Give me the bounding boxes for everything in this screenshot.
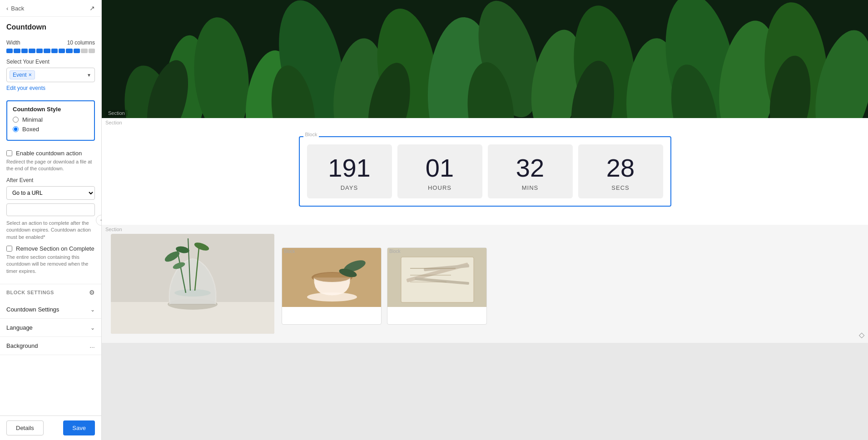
countdown-settings-accordion: Countdown Settings ⌄ <box>0 301 101 319</box>
vase-svg <box>111 234 274 334</box>
save-button[interactable]: Save <box>63 420 95 435</box>
width-bar-1[interactable] <box>6 49 13 53</box>
remove-section-row[interactable]: Remove Section on Complete <box>6 245 95 252</box>
bottom-block-2-label: Block <box>389 249 400 254</box>
countdown-grid: 191 DAYS 01 HOURS 32 MINS 28 SECS <box>307 144 663 198</box>
svg-point-27 <box>174 289 211 297</box>
event-tag-close[interactable]: × <box>29 72 32 78</box>
width-bar-7[interactable] <box>51 49 58 53</box>
event-select-container: Event × ▼ <box>6 68 95 82</box>
back-button[interactable]: ‹ Back <box>6 5 24 12</box>
action-section: Enable countdown action Redirect the pag… <box>0 145 101 284</box>
select-action-helper-text: Select an action to complete after the c… <box>6 220 95 241</box>
style-minimal-radio[interactable] <box>13 117 19 123</box>
edit-events-link[interactable]: Edit your events <box>6 85 95 91</box>
bottom-block-2[interactable]: Block <box>387 247 487 325</box>
art-image <box>387 248 486 307</box>
diamond-icon: ◇ <box>859 331 864 339</box>
enable-countdown-checkbox[interactable] <box>6 150 12 156</box>
style-minimal-option[interactable]: Minimal <box>13 116 89 123</box>
background-header[interactable]: Background … <box>0 337 101 355</box>
remove-section-label: Remove Section on Complete <box>16 245 94 252</box>
style-boxed-option[interactable]: Boxed <box>13 126 89 133</box>
width-bar-3[interactable] <box>21 49 28 53</box>
remove-section-helper-text: The entire section containing this count… <box>6 254 95 275</box>
block-settings-label: BLOCK SETTINGS <box>6 290 54 295</box>
details-button[interactable]: Details <box>6 420 44 435</box>
countdown-style-section: Countdown Style Minimal Boxed <box>6 100 95 141</box>
bottom-blocks-container: Block <box>282 234 859 325</box>
hero-plants-bg <box>102 0 868 118</box>
background-label: Background <box>6 342 38 349</box>
bottom-block-1[interactable]: Block <box>282 247 382 325</box>
language-accordion: Language ⌄ <box>0 319 101 337</box>
countdown-secs-box: 28 SECS <box>578 144 663 198</box>
width-bar-12[interactable] <box>89 49 95 53</box>
chevron-down-icon: ⌄ <box>90 325 95 331</box>
countdown-secs-value: 28 <box>606 155 635 181</box>
chevron-down-icon: … <box>89 343 95 349</box>
width-section: Width 10 columns Select Your Event Event… <box>0 35 101 96</box>
countdown-days-value: 191 <box>328 155 370 181</box>
svg-rect-45 <box>401 257 474 302</box>
width-bar-11[interactable] <box>81 49 87 53</box>
remove-section-checkbox[interactable] <box>6 246 12 252</box>
style-minimal-label: Minimal <box>22 116 43 123</box>
url-input[interactable] <box>6 203 95 216</box>
hero-section-label: Section <box>105 110 128 116</box>
width-bar-2[interactable] <box>14 49 20 53</box>
bottom-section-label: Section <box>105 227 122 232</box>
select-event-label: Select Your Event <box>6 59 95 65</box>
redirect-helper-text: Redirect the page or download a file at … <box>6 158 95 173</box>
countdown-block[interactable]: Block 191 DAYS 01 HOURS 32 MINS 28 SECS <box>299 136 671 207</box>
countdown-days-label: DAYS <box>341 184 358 191</box>
countdown-mins-value: 32 <box>516 155 544 181</box>
countdown-settings-label: Countdown Settings <box>6 306 59 313</box>
block-settings-header: BLOCK SETTINGS ⚙ <box>0 284 101 301</box>
countdown-section-label: Section <box>105 120 122 125</box>
width-bar-6[interactable] <box>44 49 50 53</box>
plants-svg <box>102 0 868 118</box>
art-svg <box>387 248 487 307</box>
width-bars[interactable] <box>6 49 95 53</box>
main-content: Section Section Block 191 DAYS 01 HOURS … <box>102 0 868 440</box>
coffee-svg <box>282 248 382 307</box>
countdown-secs-label: SECS <box>611 184 630 191</box>
after-event-select[interactable]: Go to a URL <box>6 186 95 200</box>
block-label: Block <box>303 132 319 137</box>
chevron-down-icon: ⌄ <box>90 307 95 313</box>
countdown-hours-box: 01 HOURS <box>397 144 482 198</box>
enable-countdown-row[interactable]: Enable countdown action <box>6 150 95 157</box>
back-arrow-icon: ‹ <box>6 5 8 12</box>
countdown-hours-label: HOURS <box>428 184 451 191</box>
width-value: 10 columns <box>67 40 95 46</box>
language-label: Language <box>6 324 33 331</box>
style-boxed-radio[interactable] <box>13 126 19 132</box>
enable-countdown-label: Enable countdown action <box>16 150 82 157</box>
language-header[interactable]: Language ⌄ <box>0 319 101 336</box>
width-bar-9[interactable] <box>66 49 72 53</box>
width-bar-10[interactable] <box>74 49 80 53</box>
panel-header: ‹ Back ↗ <box>0 0 101 17</box>
countdown-style-label: Countdown Style <box>13 106 89 113</box>
panel-footer: Details Save <box>0 415 101 440</box>
width-bar-5[interactable] <box>36 49 43 53</box>
bottom-block-1-label: Block <box>284 249 295 254</box>
style-boxed-label: Boxed <box>22 126 39 133</box>
width-bar-4[interactable] <box>29 49 35 53</box>
width-label: Width <box>6 40 20 46</box>
countdown-mins-box: 32 MINS <box>488 144 573 198</box>
page-title: Countdown <box>0 17 101 35</box>
external-link-icon[interactable]: ↗ <box>89 5 95 12</box>
svg-point-38 <box>307 292 357 302</box>
bottom-blocks: Block <box>282 247 859 325</box>
coffee-image <box>282 248 381 307</box>
gear-icon[interactable]: ⚙ <box>89 289 95 296</box>
countdown-days-box: 191 DAYS <box>307 144 392 198</box>
background-accordion: Background … <box>0 337 101 355</box>
width-bar-8[interactable] <box>59 49 65 53</box>
back-label: Back <box>11 5 24 12</box>
countdown-settings-header[interactable]: Countdown Settings ⌄ <box>0 301 101 318</box>
event-tag: Event × <box>10 70 35 79</box>
left-panel: ‹ Back ↗ Countdown Width 10 columns Sele… <box>0 0 102 440</box>
